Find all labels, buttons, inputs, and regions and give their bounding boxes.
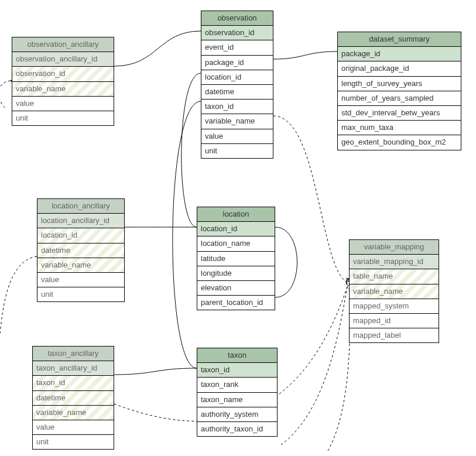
field: original_package_id bbox=[338, 61, 461, 76]
field: unit bbox=[33, 435, 114, 449]
field-fk: datetime bbox=[37, 244, 124, 258]
field: authority_system bbox=[197, 407, 277, 422]
field-fk: observation_id bbox=[12, 67, 114, 81]
field: package_id bbox=[201, 56, 273, 70]
field: taxon_name bbox=[197, 393, 277, 407]
field: longitude bbox=[197, 266, 275, 281]
table-dataset-summary: dataset_summary package_id original_pack… bbox=[337, 32, 461, 150]
table-header: variable_mapping bbox=[350, 240, 439, 255]
table-header: location bbox=[197, 207, 275, 222]
field: variable_name bbox=[201, 114, 273, 129]
field-pk: variable_mapping_id bbox=[350, 255, 439, 269]
field: latitude bbox=[197, 252, 275, 266]
table-observation: observation observation_id event_id pack… bbox=[201, 11, 273, 159]
table-header: location_ancillary bbox=[37, 199, 124, 214]
field: authority_taxon_id bbox=[197, 422, 277, 436]
field: geo_extent_bounding_box_m2 bbox=[338, 135, 461, 149]
field-pk: observation_ancillary_id bbox=[12, 52, 114, 67]
table-header: taxon_ancillary bbox=[33, 347, 114, 361]
table-variable-mapping: variable_mapping variable_mapping_id tab… bbox=[349, 239, 439, 343]
field-pk: location_id bbox=[197, 222, 275, 236]
field: value bbox=[33, 420, 114, 435]
field: max_num_taxa bbox=[338, 121, 461, 135]
field: number_of_years_sampled bbox=[338, 91, 461, 106]
field: unit bbox=[201, 144, 273, 158]
field-pk: taxon_id bbox=[197, 363, 277, 378]
table-taxon: taxon taxon_id taxon_rank taxon_name aut… bbox=[197, 348, 278, 437]
field: unit bbox=[37, 287, 124, 301]
field: mapped_system bbox=[350, 299, 439, 314]
field-fk: taxon_id bbox=[33, 376, 114, 390]
field-pk: package_id bbox=[338, 47, 461, 61]
field: unit bbox=[12, 111, 114, 125]
field: std_dev_interval_betw_years bbox=[338, 106, 461, 121]
field-pk: taxon_ancillary_id bbox=[33, 361, 114, 376]
table-header: dataset_summary bbox=[338, 32, 461, 47]
field: event_id bbox=[201, 40, 273, 55]
field-fk: variable_name bbox=[33, 406, 114, 420]
field: elevation bbox=[197, 281, 275, 296]
field: value bbox=[12, 97, 114, 111]
table-taxon-ancillary: taxon_ancillary taxon_ancillary_id taxon… bbox=[32, 346, 114, 450]
field-fk: variable_name bbox=[350, 284, 439, 299]
field: parent_location_id bbox=[197, 296, 275, 310]
field: taxon_rank bbox=[197, 378, 277, 392]
table-header: observation bbox=[201, 11, 273, 26]
table-observation-ancillary: observation_ancillary observation_ancill… bbox=[12, 37, 114, 126]
field-fk: variable_name bbox=[12, 82, 114, 97]
field-pk: observation_id bbox=[201, 26, 273, 40]
field-fk: location_id bbox=[37, 228, 124, 243]
field-pk: location_ancillary_id bbox=[37, 214, 124, 228]
field: length_of_survey_years bbox=[338, 77, 461, 91]
table-header: observation_ancillary bbox=[12, 37, 114, 52]
table-header: taxon bbox=[197, 348, 277, 363]
field: mapped_id bbox=[350, 314, 439, 328]
field: taxon_id bbox=[201, 100, 273, 114]
field: value bbox=[201, 129, 273, 144]
field: mapped_label bbox=[350, 328, 439, 342]
field-fk: variable_name bbox=[37, 258, 124, 273]
field: datetime bbox=[201, 85, 273, 100]
field: location_id bbox=[201, 70, 273, 85]
table-location-ancillary: location_ancillary location_ancillary_id… bbox=[37, 198, 125, 302]
table-location: location location_id location_name latit… bbox=[197, 207, 275, 310]
field-fk: datetime bbox=[33, 391, 114, 406]
field-fk: table_name bbox=[350, 269, 439, 284]
field: location_name bbox=[197, 236, 275, 251]
field: value bbox=[37, 273, 124, 287]
